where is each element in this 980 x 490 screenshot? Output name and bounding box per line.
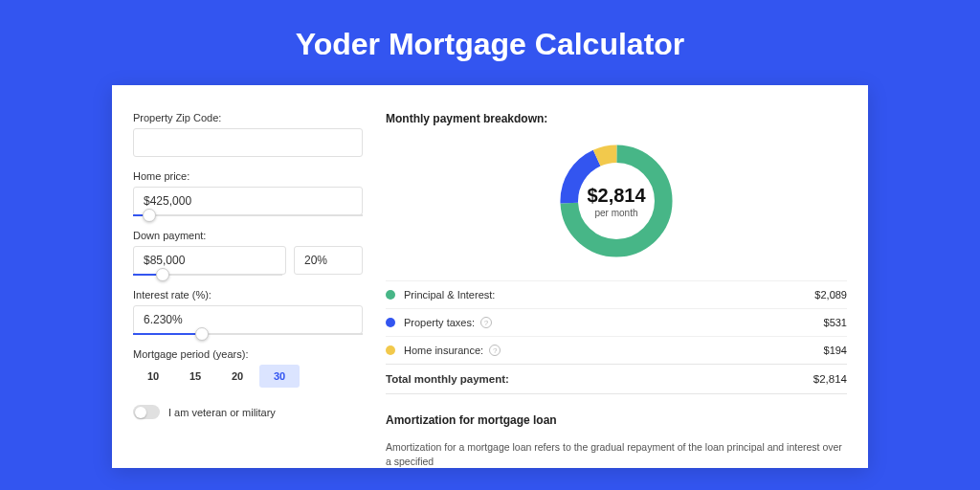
zip-input[interactable]: [133, 128, 363, 157]
legend-dot: [386, 318, 395, 327]
interest-rate-field-group: Interest rate (%):: [133, 289, 363, 335]
legend-dot: [386, 290, 395, 300]
home-price-slider-thumb[interactable]: [143, 209, 156, 222]
zip-field-group: Property Zip Code:: [133, 112, 363, 157]
total-label: Total monthly payment:: [386, 373, 509, 385]
amortization-text: Amortization for a mortgage loan refers …: [386, 440, 847, 468]
donut-center: $2,814 per month: [587, 185, 645, 218]
total-value: $2,814: [813, 373, 847, 385]
breakdown-label: Property taxes:: [404, 317, 475, 328]
interest-rate-slider[interactable]: [133, 333, 363, 335]
down-payment-field-group: Down payment:: [133, 230, 363, 276]
period-button-10[interactable]: 10: [133, 365, 173, 388]
breakdown-label: Principal & Interest:: [404, 289, 495, 301]
legend-dot: [386, 345, 395, 355]
breakdown-rows: Principal & Interest:$2,089Property taxe…: [386, 280, 847, 364]
interest-rate-slider-fill: [133, 333, 202, 335]
donut-sub: per month: [587, 208, 645, 218]
home-price-slider[interactable]: [133, 214, 363, 216]
page-title: Yoder Mortgage Calculator: [296, 27, 685, 62]
form-column: Property Zip Code: Home price: Down paym…: [133, 112, 363, 441]
period-button-15[interactable]: 15: [175, 365, 215, 388]
down-payment-label: Down payment:: [133, 230, 363, 241]
home-price-field-group: Home price:: [133, 170, 363, 216]
home-price-label: Home price:: [133, 170, 363, 182]
interest-rate-slider-thumb[interactable]: [195, 327, 209, 341]
veteran-toggle-label: I am veteran or military: [168, 407, 276, 418]
breakdown-row: Home insurance:?$194: [386, 336, 847, 364]
breakdown-column: Monthly payment breakdown: $2,814 per mo…: [386, 112, 847, 441]
mortgage-period-field-group: Mortgage period (years): 10152030: [133, 348, 363, 388]
period-button-30[interactable]: 30: [259, 365, 300, 388]
down-payment-percent-input[interactable]: [294, 246, 363, 275]
amortization-block: Amortization for mortgage loan Amortizat…: [386, 413, 847, 468]
home-price-input[interactable]: [133, 187, 363, 215]
breakdown-label: Home insurance:: [404, 345, 483, 356]
down-payment-slider[interactable]: [133, 274, 282, 276]
veteran-toggle-row: I am veteran or military: [133, 405, 363, 419]
breakdown-value: $194: [824, 345, 847, 356]
veteran-toggle[interactable]: [133, 405, 160, 419]
total-row: Total monthly payment: $2,814: [386, 364, 847, 394]
interest-rate-input[interactable]: [133, 305, 363, 334]
amortization-heading: Amortization for mortgage loan: [386, 413, 847, 427]
donut-amount: $2,814: [587, 185, 645, 207]
breakdown-value: $531: [824, 317, 847, 328]
breakdown-row: Property taxes:?$531: [386, 308, 847, 336]
mortgage-period-label: Mortgage period (years):: [133, 348, 363, 360]
calculator-card: Property Zip Code: Home price: Down paym…: [112, 85, 868, 468]
mortgage-period-buttons: 10152030: [133, 365, 363, 388]
breakdown-heading: Monthly payment breakdown:: [386, 112, 847, 125]
breakdown-value: $2,089: [814, 289, 847, 301]
interest-rate-label: Interest rate (%):: [133, 289, 363, 301]
down-payment-slider-thumb[interactable]: [156, 268, 169, 281]
info-icon[interactable]: ?: [480, 317, 492, 328]
zip-label: Property Zip Code:: [133, 112, 363, 123]
donut-chart: $2,814 per month: [386, 139, 847, 263]
info-icon[interactable]: ?: [489, 345, 501, 356]
breakdown-row: Principal & Interest:$2,089: [386, 280, 847, 308]
veteran-toggle-knob: [135, 407, 146, 418]
period-button-20[interactable]: 20: [217, 365, 257, 388]
